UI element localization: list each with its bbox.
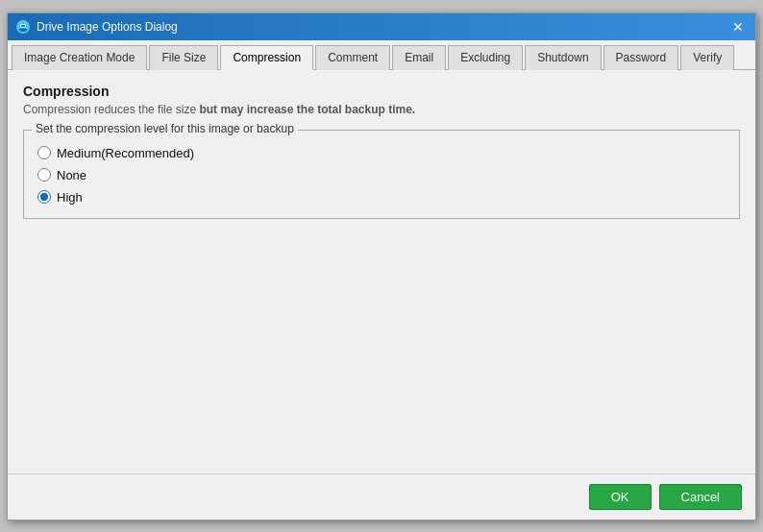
close-button[interactable]: ✕: [728, 20, 748, 34]
radio-item-high[interactable]: High: [37, 190, 726, 205]
tab-compression[interactable]: Compression: [220, 45, 313, 70]
title-bar-left: Drive Image Options Dialog: [15, 19, 178, 35]
section-desc-bold: but may increase the total backup time.: [199, 103, 415, 116]
tab-image-creation-mode[interactable]: Image Creation Mode: [12, 45, 147, 70]
radio-item-none[interactable]: None: [37, 168, 726, 182]
compression-group-box: Set the compression level for this image…: [23, 130, 740, 219]
tab-file-size[interactable]: File Size: [149, 45, 218, 70]
dialog-title: Drive Image Options Dialog: [37, 20, 178, 34]
radio-high[interactable]: [37, 190, 51, 204]
radio-medium[interactable]: [37, 146, 51, 159]
tab-verify[interactable]: Verify: [680, 45, 734, 70]
radio-none-label: None: [57, 168, 86, 182]
tab-comment[interactable]: Comment: [315, 45, 390, 70]
title-bar: Drive Image Options Dialog ✕: [8, 13, 755, 40]
tab-email[interactable]: Email: [392, 45, 446, 70]
tab-shutdown[interactable]: Shutdown: [525, 45, 601, 70]
app-icon: [15, 19, 31, 35]
radio-group: Medium(Recommended) None High: [37, 146, 726, 205]
section-title: Compression: [23, 84, 740, 99]
tab-excluding[interactable]: Excluding: [448, 45, 523, 70]
tab-password[interactable]: Password: [603, 45, 679, 70]
section-desc-text: Compression reduces the file size: [23, 103, 199, 116]
ok-button[interactable]: OK: [589, 484, 652, 510]
cancel-button[interactable]: Cancel: [659, 484, 742, 510]
content-area: Compression Compression reduces the file…: [8, 70, 755, 473]
footer: OK Cancel: [8, 473, 755, 520]
svg-rect-3: [21, 25, 25, 27]
dialog: Drive Image Options Dialog ✕ Image Creat…: [7, 12, 756, 520]
tabs-bar: Image Creation Mode File Size Compressio…: [8, 40, 755, 70]
svg-point-1: [19, 28, 27, 32]
radio-medium-label: Medium(Recommended): [57, 146, 194, 160]
radio-none[interactable]: [37, 168, 51, 181]
group-box-legend: Set the compression level for this image…: [32, 122, 298, 135]
radio-high-label: High: [57, 190, 83, 205]
radio-item-medium[interactable]: Medium(Recommended): [37, 146, 726, 160]
section-desc: Compression reduces the file size but ma…: [23, 103, 740, 116]
